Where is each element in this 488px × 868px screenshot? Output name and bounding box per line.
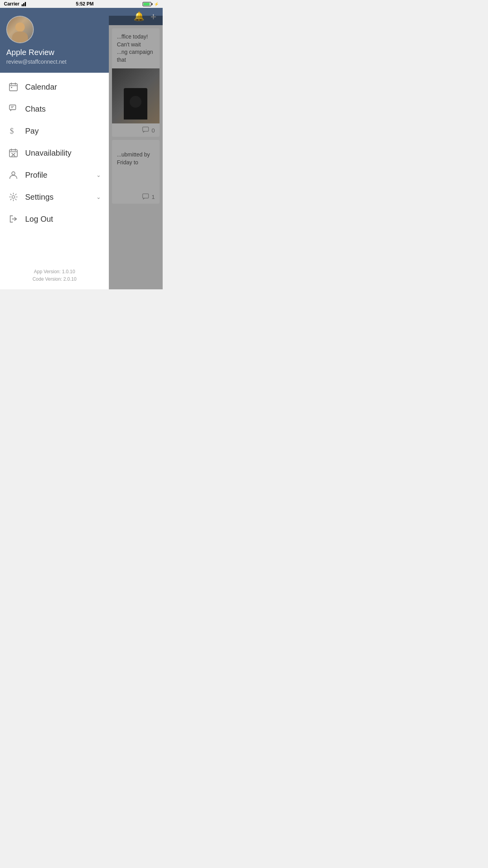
status-bar: Carrier 5:52 PM ⚡ [0, 0, 163, 8]
charging-icon: ⚡ [154, 2, 159, 6]
sidebar-footer: App Version: 1.0.10 Code Version: 2.0.10 [0, 262, 109, 289]
sidebar-drawer: Apple Review review@staffconnect.net Cal… [0, 8, 109, 289]
sidebar-item-unavailability[interactable]: Unavailability [0, 142, 109, 164]
time-label: 5:52 PM [76, 1, 94, 7]
battery-icon [143, 2, 152, 6]
app-container: Apple Review review@staffconnect.net Cal… [0, 8, 163, 289]
wifi-icon [21, 2, 27, 6]
user-name: Apple Review [6, 48, 103, 57]
sidebar-overlay[interactable] [109, 16, 163, 289]
status-bar-left: Carrier [4, 1, 27, 7]
profile-label: Profile [25, 171, 96, 180]
profile-icon [8, 169, 19, 180]
app-version: App Version: 1.0.10 [6, 268, 103, 276]
calendar-label: Calendar [25, 83, 101, 92]
sidebar-item-pay[interactable]: $ Pay [0, 120, 109, 142]
chats-label: Chats [25, 105, 101, 114]
svg-rect-0 [9, 84, 17, 91]
pay-label: Pay [25, 127, 101, 136]
sidebar-item-chats[interactable]: Chats [0, 98, 109, 120]
logout-icon [8, 213, 19, 224]
status-bar-right: ⚡ [143, 2, 159, 6]
sidebar-item-calendar[interactable]: Calendar [0, 76, 109, 98]
nav-list: Calendar Chats $ [0, 73, 109, 262]
user-email: review@staffconnect.net [6, 59, 103, 65]
avatar-image [7, 17, 33, 42]
svg-rect-5 [9, 105, 16, 110]
settings-icon [8, 191, 19, 202]
svg-rect-4 [11, 87, 12, 88]
chats-icon [8, 103, 19, 114]
sidebar-header: Apple Review review@staffconnect.net [0, 8, 109, 73]
profile-chevron-icon: ⌄ [96, 172, 101, 178]
unavailability-label: Unavailability [25, 149, 101, 158]
sidebar-item-logout[interactable]: Log Out [0, 208, 109, 230]
svg-text:$: $ [10, 127, 14, 135]
svg-point-15 [12, 172, 15, 175]
svg-point-16 [12, 196, 15, 199]
unavailability-icon [8, 147, 19, 158]
code-version: Code Version: 2.0.10 [6, 276, 103, 283]
avatar [6, 16, 34, 43]
sidebar-item-settings[interactable]: Settings ⌄ [0, 186, 109, 208]
logout-label: Log Out [25, 215, 101, 224]
settings-label: Settings [25, 193, 96, 202]
pay-icon: $ [8, 125, 19, 136]
calendar-icon [8, 81, 19, 92]
svg-rect-9 [9, 150, 17, 157]
carrier-label: Carrier [4, 1, 19, 7]
settings-chevron-icon: ⌄ [96, 194, 101, 200]
sidebar-item-profile[interactable]: Profile ⌄ [0, 164, 109, 186]
